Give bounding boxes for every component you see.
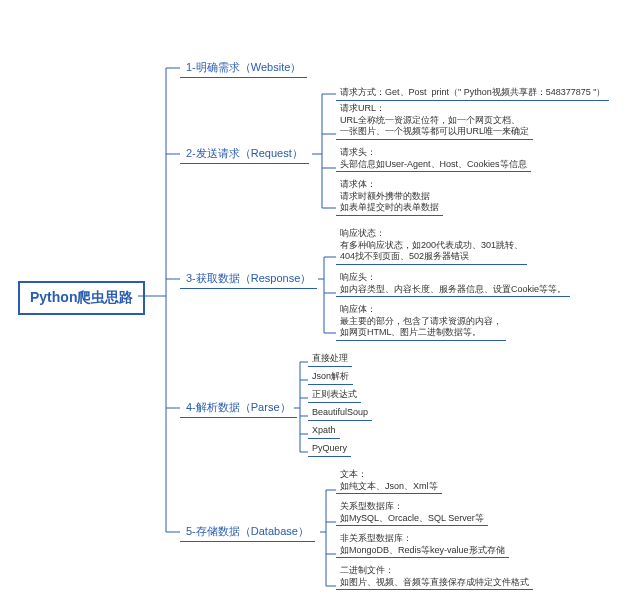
sub-parse-regex[interactable]: 正则表达式 — [308, 388, 361, 403]
sub-request-body[interactable]: 请求体： 请求时额外携带的数据 如表单提交时的表单数据 — [336, 178, 443, 216]
sub-db-sql[interactable]: 关系型数据库： 如MySQL、Orcacle、SQL Server等 — [336, 500, 488, 526]
branch-parse[interactable]: 4-解析数据（Parse） — [180, 398, 297, 418]
sub-db-nosql[interactable]: 非关系型数据库： 如MongoDB、Redis等key-value形式存储 — [336, 532, 509, 558]
branch-response[interactable]: 3-获取数据（Response） — [180, 269, 317, 289]
sub-db-binary[interactable]: 二进制文件： 如图片、视频、音频等直接保存成特定文件格式 — [336, 564, 533, 590]
sub-request-method[interactable]: 请求方式：Get、Post print（" Python视频共享群：548377… — [336, 86, 609, 101]
sub-parse-xpath[interactable]: Xpath — [308, 424, 340, 439]
sub-response-status[interactable]: 响应状态： 有多种响应状态，如200代表成功、301跳转、 404找不到页面、5… — [336, 227, 527, 265]
sub-response-body[interactable]: 响应体： 最主要的部分，包含了请求资源的内容， 如网页HTML、图片二进制数据等… — [336, 303, 506, 341]
sub-parse-pyquery[interactable]: PyQuery — [308, 442, 351, 457]
sub-response-header[interactable]: 响应头： 如内容类型、内容长度、服务器信息、设置Cookie等等。 — [336, 271, 570, 297]
sub-parse-direct[interactable]: 直接处理 — [308, 352, 352, 367]
root-node[interactable]: Python爬虫思路 — [18, 281, 145, 315]
sub-parse-json[interactable]: Json解析 — [308, 370, 353, 385]
branch-website[interactable]: 1-明确需求（Website） — [180, 58, 307, 78]
branch-database[interactable]: 5-存储数据（Database） — [180, 522, 315, 542]
sub-request-url[interactable]: 请求URL： URL全称统一资源定位符，如一个网页文档、 一张图片、一个视频等都… — [336, 102, 533, 140]
sub-request-header[interactable]: 请求头： 头部信息如User-Agent、Host、Cookies等信息 — [336, 146, 531, 172]
sub-parse-bs4[interactable]: BeautifulSoup — [308, 406, 372, 421]
branch-request[interactable]: 2-发送请求（Request） — [180, 144, 309, 164]
sub-db-text[interactable]: 文本： 如纯文本、Json、Xml等 — [336, 468, 442, 494]
